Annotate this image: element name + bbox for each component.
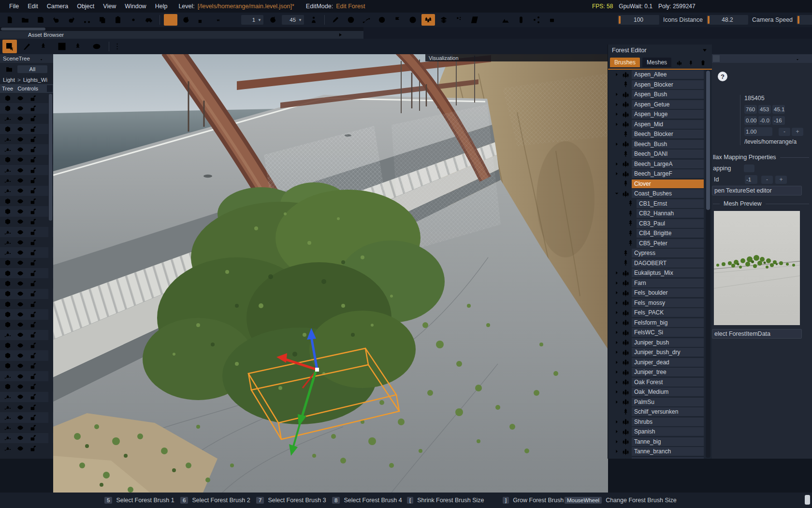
chevron-right-icon[interactable] bbox=[614, 389, 620, 395]
rotation-z-field[interactable]: -16 bbox=[772, 116, 785, 125]
menu-object[interactable]: Object bbox=[72, 3, 99, 10]
visibility-toggle[interactable] bbox=[16, 383, 24, 390]
forest-item[interactable]: Aspen_Huge bbox=[608, 109, 712, 120]
menu-file[interactable]: File bbox=[5, 3, 23, 10]
filter-icon[interactable] bbox=[39, 56, 44, 61]
select-area-button[interactable] bbox=[2, 40, 17, 53]
lock-toggle[interactable] bbox=[29, 135, 37, 143]
player-drop-button[interactable] bbox=[307, 14, 320, 26]
chevron-right-icon[interactable] bbox=[614, 310, 620, 315]
lock-toggle[interactable] bbox=[29, 331, 37, 339]
lock-toggle[interactable] bbox=[29, 208, 37, 215]
menu-window[interactable]: Window bbox=[120, 3, 150, 10]
rotation-y-field[interactable]: -0.0 bbox=[758, 116, 771, 125]
position-z-field[interactable]: 45.1 bbox=[772, 105, 785, 114]
save-button[interactable] bbox=[34, 14, 47, 26]
chevron-right-icon[interactable] bbox=[614, 439, 620, 445]
visibility-toggle[interactable] bbox=[16, 94, 24, 102]
new-file-button[interactable] bbox=[3, 14, 16, 26]
forest-item[interactable]: PalmSu bbox=[608, 397, 712, 407]
erase-tree-button[interactable] bbox=[37, 40, 52, 53]
chevron-right-icon[interactable] bbox=[614, 320, 620, 326]
forest-button[interactable] bbox=[421, 14, 435, 26]
expand-play-icon[interactable] bbox=[337, 32, 343, 38]
scene-tree-row[interactable] bbox=[0, 289, 53, 299]
inspector-header[interactable] bbox=[712, 54, 812, 63]
filter-icon[interactable] bbox=[795, 56, 800, 61]
forest-item[interactable]: Eukaliptus_Mix bbox=[608, 268, 712, 278]
viewport-3d[interactable]: Visualization bbox=[53, 54, 608, 493]
scene-tree-row[interactable] bbox=[0, 361, 53, 371]
visibility-slider[interactable]: 100 bbox=[618, 15, 659, 25]
visibility-toggle[interactable] bbox=[16, 321, 24, 329]
ellipse-brush-button[interactable] bbox=[89, 40, 104, 53]
scene-tree-row[interactable] bbox=[0, 206, 53, 216]
scene-tree-row[interactable] bbox=[0, 412, 53, 422]
forest-item[interactable]: Felsform_big bbox=[608, 318, 712, 328]
forest-item[interactable]: Fels_PACK bbox=[608, 308, 712, 318]
menu-help[interactable]: Help bbox=[151, 3, 172, 10]
scene-tree-row[interactable] bbox=[0, 165, 53, 175]
visibility-toggle[interactable] bbox=[16, 166, 24, 174]
cut-button[interactable] bbox=[80, 14, 94, 26]
visibility-toggle[interactable] bbox=[16, 280, 24, 287]
forest-item[interactable]: Spanish bbox=[608, 427, 712, 437]
chevron-right-icon[interactable] bbox=[614, 141, 620, 147]
visibility-toggle[interactable] bbox=[16, 249, 24, 256]
breadcrumb-current[interactable]: Lights_Wi bbox=[23, 77, 48, 83]
scene-tree-row[interactable] bbox=[0, 93, 53, 103]
forest-item[interactable]: Fels_mossy bbox=[608, 298, 712, 308]
mapping-checkbox[interactable] bbox=[744, 164, 754, 172]
brush-list-scrollbar[interactable] bbox=[706, 70, 710, 458]
lock-toggle[interactable] bbox=[29, 311, 37, 318]
rotate-button[interactable] bbox=[179, 14, 193, 26]
forest-item[interactable]: Juniper_tree bbox=[608, 367, 712, 377]
toolbar-step-input[interactable]: 45▼ bbox=[282, 15, 304, 25]
scene-tree-row[interactable] bbox=[0, 330, 53, 340]
scene-tree-row[interactable] bbox=[0, 227, 53, 237]
tab-controls[interactable]: Controls bbox=[17, 86, 38, 91]
id-field[interactable]: -1 bbox=[745, 175, 757, 184]
chevron-right-icon[interactable] bbox=[614, 171, 620, 177]
add-brush-icon[interactable] bbox=[688, 59, 695, 66]
scene-tree-row[interactable] bbox=[0, 247, 53, 257]
add-brush-group-icon[interactable] bbox=[676, 59, 683, 66]
visualization-bar[interactable]: Visualization bbox=[425, 54, 608, 61]
open-textureset-editor-button[interactable]: pen TextureSet editor bbox=[712, 186, 802, 195]
icons-distance-slider[interactable]: 48.2 bbox=[707, 15, 748, 25]
spline-tool-button[interactable] bbox=[360, 14, 373, 26]
sound-button[interactable] bbox=[530, 14, 543, 26]
visibility-toggle[interactable] bbox=[16, 197, 24, 205]
forest-item[interactable]: DAGOBERT bbox=[608, 258, 712, 269]
lower-tree-button[interactable] bbox=[72, 40, 87, 53]
lock-toggle[interactable] bbox=[29, 373, 37, 380]
river-button[interactable] bbox=[468, 14, 481, 26]
rotation-x-field[interactable]: 0.00 bbox=[744, 116, 757, 125]
delete-brush-icon[interactable] bbox=[699, 59, 707, 66]
chevron-right-icon[interactable] bbox=[614, 419, 620, 425]
forest-item[interactable]: Juniper_dead bbox=[608, 358, 712, 368]
scene-tree-row[interactable] bbox=[0, 340, 53, 350]
forest-item[interactable]: Juniper_bush_dry bbox=[608, 347, 712, 358]
chevron-right-icon[interactable] bbox=[614, 448, 620, 454]
terrain-button[interactable] bbox=[499, 14, 512, 26]
scene-tree-row[interactable] bbox=[0, 258, 53, 268]
chevron-right-icon[interactable] bbox=[614, 429, 620, 434]
help-button[interactable]: ? bbox=[718, 72, 727, 81]
forest-item[interactable]: Schilf_versunken bbox=[608, 407, 712, 417]
paint-brush-button[interactable] bbox=[20, 40, 34, 53]
lock-toggle[interactable] bbox=[29, 228, 37, 236]
visibility-toggle[interactable] bbox=[16, 146, 24, 153]
material-button[interactable] bbox=[437, 14, 450, 26]
lock-toggle[interactable] bbox=[29, 393, 37, 401]
close-icon[interactable] bbox=[46, 56, 51, 61]
visibility-toggle[interactable] bbox=[16, 177, 24, 184]
parallax-section-header[interactable]: llax Mapping Properties bbox=[713, 154, 809, 161]
add-folder-button[interactable] bbox=[4, 65, 14, 74]
lock-toggle[interactable] bbox=[29, 445, 37, 452]
tab-meshes[interactable]: Meshes bbox=[642, 58, 671, 67]
scene-tree-row[interactable] bbox=[0, 350, 53, 360]
forest-item[interactable]: Coast_Bushes bbox=[608, 189, 712, 199]
forest-item[interactable]: Oak_Medium bbox=[608, 387, 712, 397]
forest-item[interactable]: CB2_Hannah bbox=[608, 209, 712, 219]
